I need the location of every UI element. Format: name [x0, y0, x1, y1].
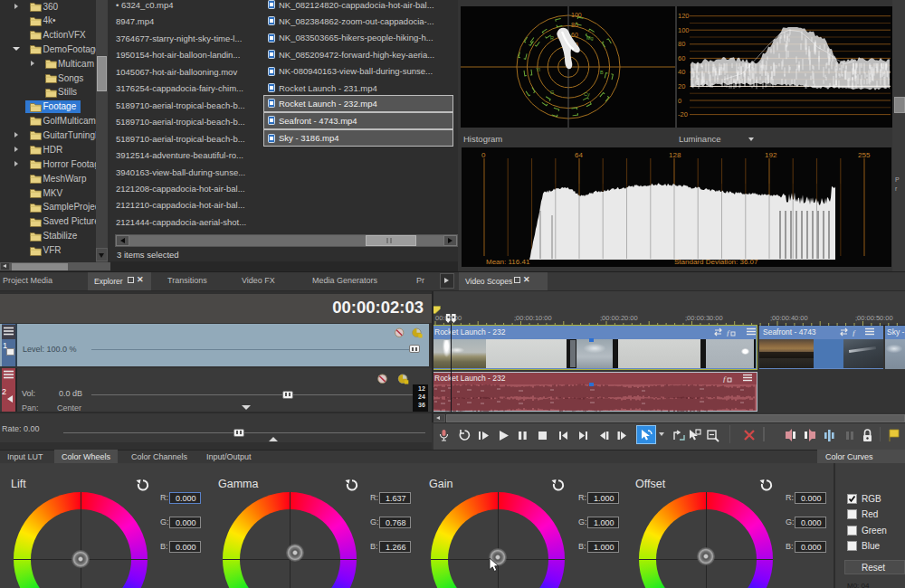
svg-text:255: 255	[858, 151, 871, 159]
svg-text:0: 0	[678, 97, 681, 105]
svg-text:R: R	[550, 35, 554, 41]
svg-text:-20: -20	[678, 110, 688, 119]
svg-text:60: 60	[678, 54, 685, 62]
svg-text:100: 100	[678, 26, 690, 34]
svg-text:Standard Deviation: 36.07: Standard Deviation: 36.07	[674, 258, 758, 266]
svg-text:Yl: Yl	[536, 67, 540, 72]
svg-text:80: 80	[571, 22, 578, 28]
svg-text:64: 64	[575, 151, 583, 159]
svg-text:128: 128	[669, 151, 681, 159]
svg-text:B: B	[600, 70, 604, 75]
svg-text:120: 120	[678, 12, 690, 20]
svg-text:40: 40	[678, 68, 685, 76]
svg-text:0: 0	[481, 151, 486, 159]
svg-text:Mg: Mg	[586, 35, 594, 41]
svg-text:f: f	[853, 328, 856, 337]
svg-text:f: f	[727, 328, 730, 337]
svg-text:Cy: Cy	[584, 91, 590, 97]
svg-text:Mean: 116.41: Mean: 116.41	[486, 258, 530, 266]
svg-text:80: 80	[678, 40, 685, 48]
svg-text:20: 20	[678, 82, 685, 90]
svg-text:60: 60	[571, 32, 578, 38]
svg-text:192: 192	[765, 151, 777, 159]
svg-text:G: G	[550, 90, 554, 95]
svg-text:100: 100	[571, 12, 582, 18]
